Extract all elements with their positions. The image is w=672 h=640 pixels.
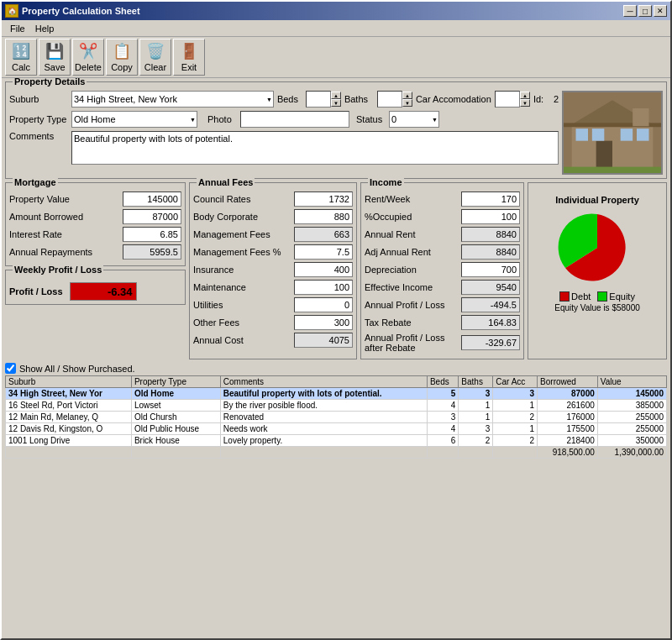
cell-baths: 2 [459,435,493,447]
show-all-checkbox[interactable] [5,363,16,374]
equity-value-text: Equity Value is $58000 [554,303,640,312]
beds-label: Beds [277,94,302,104]
status-label: Status [356,114,386,124]
annual-pnl-value: -494.5 [461,297,520,312]
property-type-select[interactable]: Old Home [71,111,197,128]
exit-button[interactable]: 🚪 Exit [173,39,205,76]
photo-input[interactable]: C:\Program Files\Property M.... [240,111,349,128]
copy-button[interactable]: 📋 Copy [106,39,138,76]
table-row[interactable]: 12 Main Rd, Melaney, Q Old Chursh Renova… [6,412,667,423]
status-select[interactable]: 0 [389,111,439,128]
property-value-input[interactable]: 145000 [123,191,181,207]
effective-income-value: 9540 [461,280,520,295]
income-group: Income Rent/Week 170 %Occupied 100 Annua… [360,182,524,359]
inc-field-0: Rent/Week 170 [365,191,520,207]
amount-borrowed-label: Amount Borrowed [9,212,83,222]
table-row[interactable]: 16 Steel Rd, Port Victori Lowset By the … [6,400,667,412]
depreciation-input[interactable]: 700 [461,262,520,277]
income-column: Income Rent/Week 170 %Occupied 100 Annua… [360,182,524,359]
col-baths: Baths [459,376,493,388]
annual-fees-title: Annual Fees [197,177,255,187]
minimize-button[interactable]: ─ [623,5,637,17]
show-all-label: Show All / Show Purchased. [19,364,135,374]
comments-textarea[interactable]: Beautiful property with lots of potentia… [71,131,559,165]
menu-file[interactable]: File [5,23,30,34]
mortgage-title: Mortgage [13,177,58,187]
cell-beds: 5 [427,388,458,400]
beds-down[interactable]: ▼ [331,99,341,107]
table-row[interactable]: 1001 Long Drive Brick House Lovely prope… [6,435,667,447]
svg-rect-7 [637,129,649,141]
save-label: Save [44,62,65,72]
pnl-label: Profit / Loss [9,286,63,296]
table-row[interactable]: 12 Davis Rd, Kingston, O Old Public Hous… [6,423,667,435]
comments-label: Comments [9,131,68,141]
cell-suburb: 12 Main Rd, Melaney, Q [6,412,132,423]
save-button[interactable]: 💾 Save [39,39,71,76]
table-row[interactable]: 34 High Street, New Yor Old Home Beautif… [6,388,667,400]
total-empty-1 [131,447,220,459]
baths-input[interactable]: 3 [377,91,402,108]
rent-week-input[interactable]: 170 [461,191,520,207]
beds-up[interactable]: ▲ [331,92,341,99]
mortgage-field-0: Property Value 145000 [9,191,181,207]
delete-button[interactable]: ✂️ Delete [72,39,104,76]
cell-value: 385000 [597,400,666,412]
baths-up[interactable]: ▲ [402,92,412,99]
annual-pnl-after-rebate-value: -329.67 [461,335,520,350]
car-down[interactable]: ▼ [520,99,530,107]
body-corporate-input[interactable]: 880 [294,209,353,224]
property-details-title: Property Details [13,78,87,87]
cell-beds: 6 [427,435,458,447]
maintenance-input[interactable]: 100 [294,280,353,295]
utilities-input[interactable]: 0 [294,297,353,312]
cell-borrowed: 87000 [538,388,598,400]
total-borrowed: 918,500.00 [538,447,598,459]
management-fees-pct-input[interactable]: 7.5 [294,244,353,260]
property-type-label: Property Type [9,114,68,124]
calc-button[interactable]: 🔢 Calc [5,39,37,76]
col-suburb: Suburb [6,376,132,388]
interest-rate-input[interactable]: 6.85 [123,227,181,242]
cell-type: Lowset [131,400,220,412]
amount-borrowed-input[interactable]: 87000 [123,209,181,224]
management-fees-value: 663 [294,227,353,242]
total-empty-4 [459,447,493,459]
svg-rect-6 [621,129,633,141]
maximize-button[interactable]: □ [638,5,652,17]
save-icon: 💾 [45,42,64,60]
suburb-select[interactable]: 34 High Street, New York [71,91,274,108]
annual-repayments-value: 5959.5 [123,244,181,260]
exit-icon: 🚪 [180,42,198,60]
svg-rect-5 [592,129,605,141]
chart-group: Individual Property Debt [528,182,667,359]
cell-type: Brick House [131,435,220,447]
inc-field-7: Tax Rebate 164.83 [365,315,520,330]
af-field-3: Management Fees % 7.5 [193,244,353,260]
calc-icon: 🔢 [12,42,30,60]
property-value-label: Property Value [9,194,70,204]
svg-rect-4 [576,129,589,141]
col-comments: Comments [220,376,427,388]
pct-occupied-input[interactable]: 100 [461,209,520,224]
other-fees-input[interactable]: 300 [294,315,353,330]
left-column: Mortgage Property Value 145000 Amount Bo… [5,182,186,359]
car-up[interactable]: ▲ [520,92,530,99]
baths-down[interactable]: ▼ [402,99,412,107]
af-field-4: Insurance 400 [193,262,353,277]
cell-type: Old Home [131,388,220,400]
cell-baths: 3 [459,423,493,435]
chart-column: Individual Property Debt [528,182,667,359]
cell-suburb: 1001 Long Drive [6,435,132,447]
council-rates-input[interactable]: 1732 [294,191,353,207]
baths-spinner: 3 ▲ ▼ [377,91,412,108]
close-button[interactable]: ✕ [654,5,667,17]
car-input[interactable]: 3 [495,91,520,108]
clear-button[interactable]: 🗑️ Clear [139,39,171,76]
insurance-input[interactable]: 400 [294,262,353,277]
menu-help[interactable]: Help [30,23,60,34]
chart-inner: Individual Property Debt [532,191,663,316]
beds-input[interactable]: 5 [306,91,331,108]
property-image [562,91,663,175]
cell-beds: 3 [427,412,458,423]
